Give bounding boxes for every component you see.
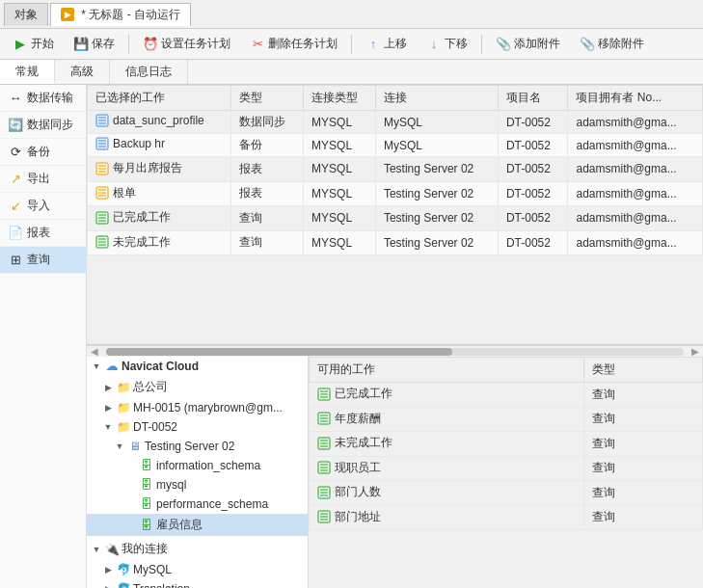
job-type: 查询 xyxy=(584,383,703,408)
cell-owner: adamsmith@gma... xyxy=(568,230,703,255)
start-button[interactable]: ▶ 开始 xyxy=(4,32,63,56)
schedule-label: 设置任务计划 xyxy=(161,36,230,52)
move-down-button[interactable]: ↓ 下移 xyxy=(418,32,476,56)
hscroll-bar[interactable]: ◀ ▶ xyxy=(87,345,703,357)
add-attachment-icon: 📎 xyxy=(496,37,511,52)
cell-name: Backup hr xyxy=(88,134,231,157)
list-item[interactable]: 部门人数 查询 xyxy=(310,481,703,506)
add-attachment-button[interactable]: 📎 添加附件 xyxy=(487,32,569,56)
list-item[interactable]: 现职员工 查询 xyxy=(310,456,703,481)
col-header-conn: 连接 xyxy=(375,86,498,111)
delete-schedule-button[interactable]: ✂ 删除任务计划 xyxy=(241,32,346,56)
cell-connection: Testing Server 02 xyxy=(375,181,498,206)
tab-advanced[interactable]: 高级 xyxy=(55,60,110,84)
cell-type: 查询 xyxy=(231,230,304,255)
sidebar-item-export[interactable]: ↗ 导出 xyxy=(0,166,86,193)
delete-schedule-icon: ✂ xyxy=(250,37,265,52)
move-down-icon: ↓ xyxy=(426,37,442,52)
schedule-button[interactable]: ⏰ 设置任务计划 xyxy=(134,32,239,56)
tree-item-employee-info[interactable]: ▶ 🗄 雇员信息 xyxy=(87,514,308,536)
add-attachment-label: 添加附件 xyxy=(514,36,560,52)
mysql-db-icon: 🗄 xyxy=(140,478,153,492)
tab-autorun[interactable]: ▶ * 无标题 - 自动运行 xyxy=(50,3,191,26)
scroll-right-arrow[interactable]: ▶ xyxy=(688,346,703,357)
sidebar-item-sync-label: 数据同步 xyxy=(27,117,73,133)
tab-object[interactable]: 对象 xyxy=(4,3,48,26)
sidebar-item-import[interactable]: ↙ 导入 xyxy=(0,193,86,220)
table-row[interactable]: Backup hr 备份 MYSQL MySQL DT-0052 adamsmi… xyxy=(88,134,703,157)
schedule-icon: ⏰ xyxy=(143,37,158,52)
table-row[interactable]: 未完成工作 查询 MYSQL Testing Server 02 DT-0052… xyxy=(88,230,703,255)
tree-item-dt0052[interactable]: ▼ 📁 DT-0052 xyxy=(87,417,308,437)
tree-item-mh0015[interactable]: ▶ 📁 MH-0015 (marybrown@gm... xyxy=(87,398,308,417)
table-row[interactable]: 已完成工作 查询 MYSQL Testing Server 02 DT-0052… xyxy=(88,206,703,231)
move-up-button[interactable]: ↑ 上移 xyxy=(357,32,416,56)
lower-area: ▼ ☁ Navicat Cloud ▶ 📁 总公司 ▶ 📁 MH-0015 (m… xyxy=(87,357,703,588)
toolbar: ▶ 开始 💾 保存 ⏰ 设置任务计划 ✂ 删除任务计划 ↑ 上移 ↓ 下移 📎 … xyxy=(0,29,703,60)
cell-owner: adamsmith@gma... xyxy=(568,157,703,182)
my-connections-icon: 🔌 xyxy=(105,543,119,556)
tree-item-mysql-db[interactable]: ▶ 🗄 mysql xyxy=(87,475,308,494)
table-row[interactable]: 根单 报表 MYSQL Testing Server 02 DT-0052 ad… xyxy=(88,181,703,206)
tree-navicat-cloud[interactable]: ▼ ☁ Navicat Cloud xyxy=(87,357,308,376)
sidebar-item-export-label: 导出 xyxy=(27,171,50,187)
table-row[interactable]: 每月出席报告 报表 MYSQL Testing Server 02 DT-005… xyxy=(88,157,703,182)
sep1 xyxy=(128,35,129,54)
tab-log-label: 信息日志 xyxy=(125,65,172,78)
tab-general[interactable]: 常规 xyxy=(0,60,55,84)
col-header-owner: 项目拥有者 No... xyxy=(568,86,703,111)
testing-server-label: Testing Server 02 xyxy=(145,440,234,453)
upper-table-area: 已选择的工作 类型 连接类型 连接 项目名 项目拥有者 No... data_s… xyxy=(87,85,703,345)
perf-schema-arrow: ▶ xyxy=(125,498,137,510)
delete-schedule-label: 删除任务计划 xyxy=(268,36,338,52)
sidebar-item-query[interactable]: ⊞ 查询 xyxy=(0,247,86,274)
cell-conntype: MYSQL xyxy=(304,206,376,231)
cell-conntype: MYSQL xyxy=(304,157,376,182)
tab-log[interactable]: 信息日志 xyxy=(110,60,188,84)
list-item[interactable]: 已完成工作 查询 xyxy=(310,383,703,408)
save-button[interactable]: 💾 保存 xyxy=(65,32,123,56)
import-icon: ↙ xyxy=(8,199,23,214)
tree-item-mysql-conn[interactable]: ▶ 🐬 MySQL xyxy=(87,560,308,579)
sidebar-item-backup[interactable]: ⟳ 备份 xyxy=(0,139,86,166)
tree-item-general-company[interactable]: ▶ 📁 总公司 xyxy=(87,376,308,398)
start-label: 开始 xyxy=(31,36,54,52)
autorun-icon: ▶ xyxy=(61,8,74,21)
job-type: 查询 xyxy=(584,407,703,432)
tree-item-testing-server[interactable]: ▼ 🖥 Testing Server 02 xyxy=(87,437,308,456)
remove-attachment-label: 移除附件 xyxy=(598,36,644,52)
employee-info-label: 雇员信息 xyxy=(156,517,203,533)
general-company-icon: 📁 xyxy=(117,381,130,394)
general-company-label: 总公司 xyxy=(133,379,168,395)
tree-item-info-schema[interactable]: ▶ 🗄 information_schema xyxy=(87,456,308,475)
cell-type: 备份 xyxy=(231,134,304,157)
dt0052-icon: 📁 xyxy=(117,420,130,434)
sidebar-item-sync[interactable]: 🔄 数据同步 xyxy=(0,112,86,139)
cell-connection: Testing Server 02 xyxy=(375,157,498,182)
list-item[interactable]: 部门地址 查询 xyxy=(310,505,703,530)
navicat-cloud-label: Navicat Cloud xyxy=(122,360,199,373)
cell-conntype: MYSQL xyxy=(304,134,376,157)
save-icon: 💾 xyxy=(73,37,89,52)
remove-attachment-button[interactable]: 📎 移除附件 xyxy=(571,32,653,56)
tree-item-perf-schema[interactable]: ▶ 🗄 performance_schema xyxy=(87,494,308,514)
cell-project: DT-0052 xyxy=(498,157,568,182)
table-row[interactable]: data_sunc_profile 数据同步 MYSQL MySQL DT-00… xyxy=(88,111,703,134)
mh0015-icon: 📁 xyxy=(117,401,130,414)
cell-connection: MySQL xyxy=(375,111,498,134)
cell-owner: adamsmith@gma... xyxy=(568,111,703,134)
list-item[interactable]: 年度薪酬 查询 xyxy=(310,407,703,432)
tree-item-translation[interactable]: ▶ 🐬 Translation xyxy=(87,579,308,588)
list-item[interactable]: 未完成工作 查询 xyxy=(310,432,703,457)
tree-item-my-connections[interactable]: ▼ 🔌 我的连接 xyxy=(87,538,308,560)
scroll-left-arrow[interactable]: ◀ xyxy=(87,346,102,357)
sidebar-item-report[interactable]: 📄 报表 xyxy=(0,220,86,247)
sidebar-item-transfer[interactable]: ↔ 数据传输 xyxy=(0,85,86,112)
job-type: 查询 xyxy=(584,432,703,457)
cell-type: 查询 xyxy=(231,206,304,231)
mysql-conn-icon: 🐬 xyxy=(117,563,130,576)
testing-server-icon: 🖥 xyxy=(128,440,142,453)
main-content: ↔ 数据传输 🔄 数据同步 ⟳ 备份 ↗ 导出 ↙ 导入 📄 报表 ⊞ 查询 xyxy=(0,85,703,588)
col-header-type: 类型 xyxy=(231,86,304,111)
perf-schema-label: performance_schema xyxy=(156,497,268,511)
